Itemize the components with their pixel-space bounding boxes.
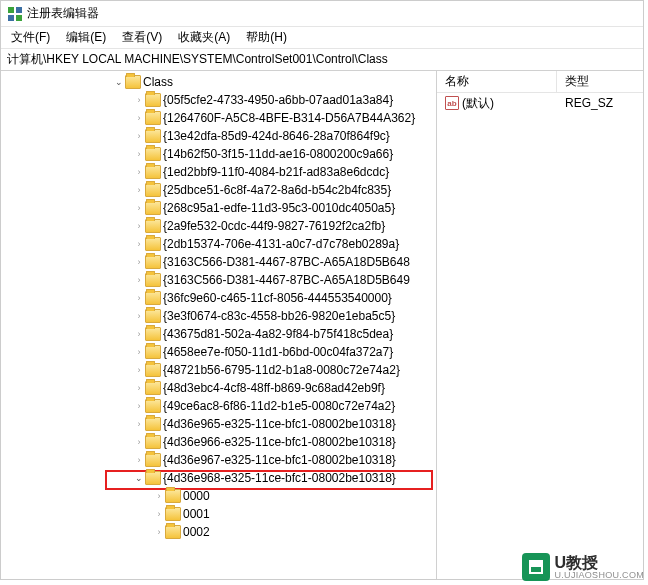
tree-node[interactable]: ›{25dbce51-6c8f-4a72-8a6d-b54c2b4fc835} <box>1 181 436 199</box>
tree-label: {2a9fe532-0cdc-44f9-9827-76192f2ca2fb} <box>163 219 385 233</box>
tree-node[interactable]: ›{2db15374-706e-4131-a0c7-d7c78eb0289a} <box>1 235 436 253</box>
folder-icon <box>145 399 161 413</box>
expand-icon[interactable]: ⌄ <box>113 77 125 87</box>
tree-label: Class <box>143 75 173 89</box>
expand-icon[interactable]: › <box>133 365 145 375</box>
expand-icon[interactable]: › <box>153 509 165 519</box>
folder-icon <box>145 147 161 161</box>
details-row[interactable]: ab (默认) REG_SZ <box>437 93 643 113</box>
tree-node[interactable]: ›{1264760F-A5C8-4BFE-B314-D56A7B44A362} <box>1 109 436 127</box>
expand-icon[interactable]: › <box>133 455 145 465</box>
tree-node[interactable]: ›{1ed2bbf9-11f0-4084-b21f-ad83a8e6dcdc} <box>1 163 436 181</box>
tree-node-child[interactable]: ›0000 <box>1 487 436 505</box>
tree-node[interactable]: ›{268c95a1-edfe-11d3-95c3-0010dc4050a5} <box>1 199 436 217</box>
tree-node[interactable]: ›{3e3f0674-c83c-4558-bb26-9820e1eba5c5} <box>1 307 436 325</box>
tree-node[interactable]: ›{4d36e967-e325-11ce-bfc1-08002be10318} <box>1 451 436 469</box>
tree-node[interactable]: ›{48d3ebc4-4cf8-48ff-b869-9c68ad42eb9f} <box>1 379 436 397</box>
col-header-name[interactable]: 名称 <box>437 71 557 92</box>
expand-icon[interactable]: ⌄ <box>133 473 145 483</box>
folder-icon <box>145 111 161 125</box>
reg-string-icon: ab <box>445 96 459 110</box>
expand-icon[interactable]: › <box>133 203 145 213</box>
expand-icon[interactable]: › <box>133 275 145 285</box>
tree-node[interactable]: ›{3163C566-D381-4467-87BC-A65A18D5B648 <box>1 253 436 271</box>
tree-node[interactable]: ›{49ce6ac8-6f86-11d2-b1e5-0080c72e74a2} <box>1 397 436 415</box>
details-pane[interactable]: 名称 类型 ab (默认) REG_SZ <box>437 71 643 579</box>
tree-label: {36fc9e60-c465-11cf-8056-444553540000} <box>163 291 392 305</box>
folder-icon <box>145 183 161 197</box>
tree-node[interactable]: ›{4d36e965-e325-11ce-bfc1-08002be10318} <box>1 415 436 433</box>
tree-pane[interactable]: ⌄ Class ›{05f5cfe2-4733-4950-a6bb-07aad0… <box>1 71 437 579</box>
folder-icon <box>145 345 161 359</box>
expand-icon[interactable]: › <box>133 293 145 303</box>
expand-icon[interactable]: › <box>133 131 145 141</box>
tree-label: {13e42dfa-85d9-424d-8646-28a70f864f9c} <box>163 129 390 143</box>
tree-node[interactable]: ›{14b62f50-3f15-11dd-ae16-0800200c9a66} <box>1 145 436 163</box>
expand-icon[interactable]: › <box>133 347 145 357</box>
tree-node[interactable]: ›{43675d81-502a-4a82-9f84-b75f418c5dea} <box>1 325 436 343</box>
expand-icon[interactable]: › <box>133 167 145 177</box>
menu-edit[interactable]: 编辑(E) <box>62 27 110 48</box>
tree-label: {2db15374-706e-4131-a0c7-d7c78eb0289a} <box>163 237 399 251</box>
expand-icon[interactable]: › <box>133 401 145 411</box>
tree-label: 0002 <box>183 525 210 539</box>
col-header-type[interactable]: 类型 <box>557 71 643 92</box>
tree-node-child[interactable]: ›0001 <box>1 505 436 523</box>
tree-node[interactable]: ›{48721b56-6795-11d2-b1a8-0080c72e74a2} <box>1 361 436 379</box>
tree-node-class[interactable]: ⌄ Class <box>1 73 436 91</box>
expand-icon[interactable]: › <box>133 257 145 267</box>
expand-icon[interactable]: › <box>153 527 165 537</box>
registry-editor-window: 注册表编辑器 文件(F) 编辑(E) 查看(V) 收藏夹(A) 帮助(H) 计算… <box>0 0 644 580</box>
menu-help[interactable]: 帮助(H) <box>242 27 291 48</box>
tree-node-child[interactable]: ›0002 <box>1 523 436 541</box>
tree-label: {3163C566-D381-4467-87BC-A65A18D5B648 <box>163 255 410 269</box>
address-bar[interactable]: 计算机\HKEY LOCAL MACHINE\SYSTEM\ControlSet… <box>1 49 643 71</box>
tree-node-expanded[interactable]: ⌄ {4d36e968-e325-11ce-bfc1-08002be10318} <box>1 469 436 487</box>
expand-icon[interactable]: › <box>133 95 145 105</box>
tree-label: {4658ee7e-f050-11d1-b6bd-00c04fa372a7} <box>163 345 393 359</box>
folder-icon <box>145 327 161 341</box>
expand-icon[interactable]: › <box>133 221 145 231</box>
expand-icon[interactable]: › <box>133 239 145 249</box>
tree-label: {49ce6ac8-6f86-11d2-b1e5-0080c72e74a2} <box>163 399 395 413</box>
cell-name: ab (默认) <box>437 95 557 112</box>
tree-label: {48721b56-6795-11d2-b1a8-0080c72e74a2} <box>163 363 400 377</box>
tree-label: {3e3f0674-c83c-4558-bb26-9820e1eba5c5} <box>163 309 395 323</box>
expand-icon[interactable]: › <box>133 185 145 195</box>
expand-icon[interactable]: › <box>153 491 165 501</box>
expand-icon[interactable]: › <box>133 311 145 321</box>
expand-icon[interactable]: › <box>133 419 145 429</box>
menu-file[interactable]: 文件(F) <box>7 27 54 48</box>
expand-icon[interactable]: › <box>133 149 145 159</box>
title-bar[interactable]: 注册表编辑器 <box>1 1 643 27</box>
tree-node[interactable]: ›{36fc9e60-c465-11cf-8056-444553540000} <box>1 289 436 307</box>
menu-view[interactable]: 查看(V) <box>118 27 166 48</box>
expand-icon[interactable]: › <box>133 113 145 123</box>
folder-icon <box>145 273 161 287</box>
tree-label: {48d3ebc4-4cf8-48ff-b869-9c68ad42eb9f} <box>163 381 385 395</box>
svg-rect-3 <box>16 15 22 21</box>
expand-icon[interactable]: › <box>133 437 145 447</box>
folder-icon <box>145 291 161 305</box>
tree-node[interactable]: ›{05f5cfe2-4733-4950-a6bb-07aad01a3a84} <box>1 91 436 109</box>
tree-node[interactable]: ›{4d36e966-e325-11ce-bfc1-08002be10318} <box>1 433 436 451</box>
tree-node[interactable]: ›{4658ee7e-f050-11d1-b6bd-00c04fa372a7} <box>1 343 436 361</box>
tree-label: {43675d81-502a-4a82-9f84-b75f418c5dea} <box>163 327 393 341</box>
folder-icon <box>145 435 161 449</box>
expand-icon[interactable]: › <box>133 329 145 339</box>
tree-node[interactable]: ›{13e42dfa-85d9-424d-8646-28a70f864f9c} <box>1 127 436 145</box>
window-title: 注册表编辑器 <box>27 5 99 22</box>
svg-rect-0 <box>8 7 14 13</box>
folder-icon <box>145 381 161 395</box>
folder-icon <box>125 75 141 89</box>
tree-node[interactable]: ›{3163C566-D381-4467-87BC-A65A18D5B649 <box>1 271 436 289</box>
folder-icon <box>145 219 161 233</box>
menu-favorites[interactable]: 收藏夹(A) <box>174 27 234 48</box>
cell-type: REG_SZ <box>557 96 643 110</box>
expand-icon[interactable]: › <box>133 383 145 393</box>
tree-label: {4d36e967-e325-11ce-bfc1-08002be10318} <box>163 453 396 467</box>
svg-rect-1 <box>16 7 22 13</box>
tree-node[interactable]: ›{2a9fe532-0cdc-44f9-9827-76192f2ca2fb} <box>1 217 436 235</box>
watermark-brand: U教授 <box>554 555 644 571</box>
value-name: (默认) <box>462 95 494 112</box>
